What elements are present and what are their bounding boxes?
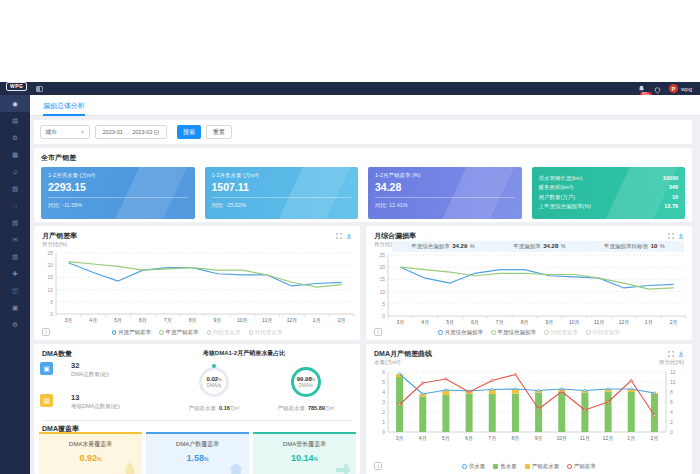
legend-item-同比变化率[interactable]: 同比变化率	[544, 329, 578, 336]
x-axis-label: 8月	[189, 317, 197, 324]
app-logo[interactable]: WPG ·······	[6, 82, 27, 95]
kpi-section: 全市产销差 1-2月供水量 (万m³) 2293.15 同比: -11.58% …	[34, 148, 692, 222]
legend-label: 环比变化率	[593, 329, 621, 336]
monthly-leakage-rate-panel: 月综合漏损率 百分比(%) 年度综合漏损率 34.29 %年度漏损率 34.28…	[366, 226, 692, 340]
info-row-value: 13.76	[664, 203, 678, 210]
legend-marker	[586, 330, 591, 335]
sidebar-collapse-icon[interactable]	[36, 86, 43, 92]
annual-rate-item: 年度漏损率目标值 10 %	[604, 243, 665, 250]
message-icon: ✉	[12, 236, 17, 244]
legend-item-同比变化率[interactable]: 同比变化率	[207, 329, 241, 336]
legend-item-月度产销差率[interactable]: 月度产销差率	[112, 329, 152, 336]
sidebar-item-overview[interactable]: ◉	[0, 95, 30, 112]
sidebar-item-settings[interactable]: ⚙	[0, 316, 30, 333]
legend-marker	[207, 330, 212, 335]
fullscreen-icon[interactable]	[668, 351, 674, 357]
avatar-mark: P	[672, 86, 675, 92]
overview-icon: ◉	[12, 100, 18, 108]
reset-button[interactable]: 重置	[206, 125, 232, 139]
svg-text:10: 10	[47, 287, 53, 293]
dma-assessed-label: 考核DMA总数量(处)	[71, 403, 120, 410]
sidebar-item-support[interactable]: ∩	[0, 197, 30, 214]
x-axis-label: 5月	[442, 435, 450, 442]
x-axis-label: 9月	[546, 319, 554, 326]
legend-item-产销差率[interactable]: 产销差率	[567, 463, 596, 470]
x-axis-label: 12月	[603, 435, 614, 442]
svg-text:0: 0	[50, 311, 53, 317]
x-axis-label: 9月	[535, 435, 543, 442]
pipe-icon	[336, 464, 350, 474]
sidebar-item-billing[interactable]: ▥	[0, 248, 30, 265]
billing-icon: ▥	[12, 253, 18, 261]
city-select[interactable]: 城市 ▼	[40, 125, 90, 139]
legend-item-年度综合漏损率[interactable]: 年度综合漏损率	[491, 329, 536, 336]
date-range-input[interactable]: 2023-01 → 2023-02	[95, 125, 167, 139]
donut-dma-inside: 0.02% DMA内	[199, 367, 229, 397]
annual-rate-item: 年度综合漏损率 34.29 %	[411, 243, 474, 250]
legend-item-环比变化率[interactable]: 环比变化率	[586, 329, 620, 336]
svg-text:20: 20	[379, 264, 385, 270]
info-row-value: 10	[672, 194, 678, 201]
avatar[interactable]: P	[669, 84, 678, 93]
search-button[interactable]: 搜索	[177, 125, 201, 139]
dma-count-title: DMA数量	[42, 349, 72, 359]
sidebar-item-analysis[interactable]: ▨	[0, 214, 30, 231]
legend-marker	[438, 330, 443, 335]
sidebar-item-network[interactable]: ⚙	[0, 129, 30, 146]
username-label[interactable]: wpg	[681, 86, 692, 92]
coverage-label: DMA户数覆盖率	[146, 440, 249, 449]
chart-title: DMA月产销差曲线	[374, 349, 432, 359]
sidebar-item-users[interactable]: ☺	[0, 163, 30, 180]
x-axis-label: 5月	[446, 319, 454, 326]
security-icon: ✚	[12, 270, 17, 278]
fullscreen-icon[interactable]	[336, 233, 342, 239]
sidebar-item-documents[interactable]: ▣	[0, 299, 30, 316]
legend-marker	[112, 330, 117, 335]
legend-item-产销差水量[interactable]: 产销差水量	[525, 463, 560, 470]
bar-sales	[605, 392, 612, 433]
x-axis-label: 8月	[521, 319, 529, 326]
dma-monthly-curve-panel: DMA月产销差曲线 水量(万m³) 百分比(%) 012345602468101…	[366, 344, 692, 474]
x-axis-label: 7月	[496, 319, 504, 326]
sidebar-item-security[interactable]: ✚	[0, 265, 30, 282]
kpi-value: 1507.11	[212, 181, 352, 193]
download-icon[interactable]	[346, 233, 352, 239]
annual-rates-strip: 年度综合漏损率 34.29 %年度漏损率 34.28 %年度漏损率目标值 10 …	[392, 241, 684, 252]
legend-item-环比变化率[interactable]: 环比变化率	[249, 329, 283, 336]
legend-item-供水量[interactable]: 供水量	[462, 463, 485, 470]
sidebar-item-message[interactable]: ✉	[0, 231, 30, 248]
bar-sales	[489, 394, 496, 432]
legend-item-月度综合漏损率[interactable]: 月度综合漏损率	[438, 329, 483, 336]
coverage-label: DMA水量覆盖率	[39, 440, 142, 449]
notification-bell[interactable]: 99+	[638, 85, 645, 92]
dma-total-value: 32	[71, 361, 79, 370]
legend-marker	[159, 330, 164, 335]
download-icon[interactable]	[678, 233, 684, 239]
legend-item-售水量[interactable]: 售水量	[493, 463, 517, 470]
info-icon[interactable]: i	[374, 462, 382, 470]
filter-panel: 城市 ▼ 2023-01 → 2023-02 搜索 重置	[34, 120, 692, 144]
report-icon: ▤	[12, 117, 18, 125]
sidebar-item-assets[interactable]: ▧	[0, 180, 30, 197]
sidebar-item-apps[interactable]: ▦	[0, 146, 30, 163]
svg-text:4: 4	[670, 409, 673, 415]
legend-item-年度产销差率[interactable]: 年度产销差率	[159, 329, 199, 336]
donut-accent-dot	[212, 364, 216, 368]
shield-icon	[654, 87, 661, 94]
download-icon[interactable]	[678, 351, 684, 357]
x-axis-label: 6月	[465, 435, 473, 442]
bar-sales	[651, 394, 658, 432]
tab-leak-analysis[interactable]: 漏损总体分析	[43, 95, 85, 116]
fullscreen-icon[interactable]	[668, 233, 674, 239]
svg-text:12: 12	[670, 369, 676, 375]
donut-inside-metric: 产销差水量 0.16万m³	[164, 405, 264, 412]
x-axis-label: 1月	[645, 319, 653, 326]
info-icon[interactable]: i	[42, 328, 50, 336]
info-icon[interactable]: i	[374, 328, 382, 336]
kpi-label: 1-2月供水量 (万m³)	[48, 172, 188, 179]
sidebar-item-report[interactable]: ▤	[0, 112, 30, 129]
sidebar-item-package[interactable]: ◫	[0, 282, 30, 299]
legend-marker	[491, 330, 496, 335]
series-line-年度综合漏损率	[400, 267, 673, 289]
kpi-yoy: 同比: -25.62%	[212, 202, 352, 209]
